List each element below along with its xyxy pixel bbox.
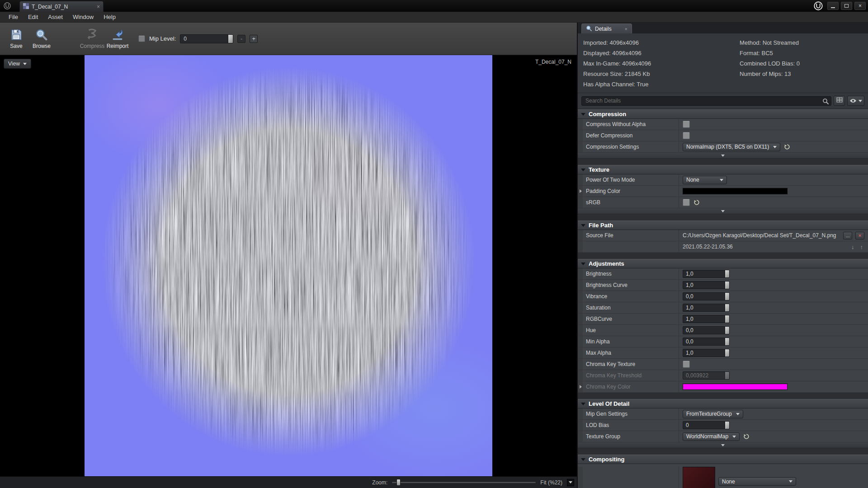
mip-level-spinbox[interactable]: 0	[180, 34, 233, 43]
expand-arrow-icon[interactable]	[580, 385, 582, 389]
category-expander-icon	[581, 263, 585, 265]
max-alpha-spinbox[interactable]: 1,0	[683, 349, 730, 357]
texture-preview[interactable]	[85, 55, 492, 476]
dropdown-value: Normalmap (DXT5, BC5 on DX11)	[686, 144, 769, 150]
category-header-compression[interactable]: Compression	[578, 109, 868, 119]
category-header-level-of-detail[interactable]: Level Of Detail	[578, 399, 868, 408]
menu-item-edit[interactable]: Edit	[23, 12, 43, 22]
menu-bar: FileEditAssetWindowHelp	[0, 12, 868, 23]
reimport-button[interactable]: Reimport	[105, 25, 130, 53]
spin-handle[interactable]	[725, 304, 729, 311]
tab-details[interactable]: Details ×	[581, 23, 632, 33]
browse-button[interactable]: Browse	[29, 25, 54, 53]
minimize-button[interactable]	[827, 2, 839, 10]
compress-without-alpha-checkbox[interactable]	[683, 121, 690, 128]
menu-item-asset[interactable]: Asset	[43, 12, 68, 22]
property-row-brightness: Brightness1,0	[578, 268, 868, 280]
source-file-timestamp: 2021.05.22-21.05.36	[683, 244, 733, 250]
category-expander-icon	[581, 113, 585, 116]
document-tab[interactable]: T_Decal_07_N ×	[19, 1, 104, 12]
menu-item-help[interactable]: Help	[99, 12, 121, 22]
spin-handle[interactable]	[725, 422, 729, 429]
browse-file-button[interactable]: ...	[843, 232, 852, 239]
texture-group-dropdown[interactable]: WorldNormalMap	[683, 432, 740, 441]
brightness-curve-spinbox[interactable]: 1,0	[683, 281, 730, 289]
editor-left-column: SaveBrowseCompressReimport Mip Level: 0 …	[0, 23, 578, 488]
min-alpha-spinbox[interactable]: 0,0	[683, 338, 730, 346]
power-of-two-mode-dropdown[interactable]: None	[683, 176, 727, 184]
view-options-button[interactable]	[847, 96, 864, 106]
saturation-spinbox[interactable]: 1,0	[683, 304, 730, 312]
reset-to-default-icon[interactable]	[783, 144, 790, 150]
property-label: Vibrance	[586, 293, 607, 300]
zoom-slider[interactable]	[392, 479, 536, 486]
advanced-expander-button[interactable]	[578, 208, 868, 214]
mip-level-checkbox[interactable]	[138, 35, 145, 42]
spin-handle[interactable]	[725, 293, 729, 300]
spin-handle[interactable]	[725, 270, 729, 277]
close-button[interactable]: ×	[854, 2, 866, 10]
composite-texture-dropdown[interactable]: None	[718, 477, 796, 486]
fit-label: Fit (%22)	[540, 479, 562, 486]
save-button[interactable]: Save	[4, 25, 29, 53]
mip-level-increment-button[interactable]: +	[250, 35, 258, 43]
clear-file-button[interactable]: ×	[855, 232, 864, 239]
property-label-cell: Source File	[578, 230, 679, 241]
defer-compression-checkbox[interactable]	[683, 132, 690, 139]
chroma-key-texture-checkbox[interactable]	[683, 361, 690, 368]
category-header-file-path[interactable]: File Path	[578, 221, 868, 230]
spin-handle	[725, 372, 729, 379]
expand-arrow-icon[interactable]	[580, 189, 582, 193]
spin-handle[interactable]	[725, 315, 729, 323]
category-header-compositing[interactable]: Compositing	[578, 455, 868, 464]
spin-handle[interactable]	[725, 327, 729, 334]
spin-handle[interactable]	[725, 349, 729, 357]
arrow-up-icon[interactable]: ↑	[859, 244, 865, 250]
spin-handle[interactable]	[725, 338, 729, 345]
rgbcurve-spinbox[interactable]: 1,0	[683, 315, 730, 323]
hue-spinbox[interactable]: 0,0	[683, 326, 730, 334]
padding-color-color-swatch[interactable]	[683, 188, 788, 194]
toolbar-button-label: Save	[10, 43, 22, 49]
category-header-adjustments[interactable]: Adjustments	[578, 259, 868, 268]
toolbar-button-label: Browse	[33, 43, 51, 49]
reset-to-default-icon[interactable]	[693, 199, 700, 206]
property-row-composite-texture: None	[578, 464, 868, 488]
display-mode-button[interactable]	[834, 96, 845, 106]
spin-value: 1,0	[683, 305, 725, 311]
spin-value: 1,0	[683, 282, 725, 288]
zoom-slider-handle[interactable]	[396, 479, 401, 486]
reset-to-default-icon[interactable]	[743, 433, 750, 440]
property-label-cell: sRGB	[578, 197, 679, 208]
spin-value: 0,003922	[683, 372, 725, 379]
title-bar: T_Decal_07_N × ×	[0, 0, 868, 12]
zoom-mode-dropdown[interactable]	[567, 479, 574, 486]
spin-handle[interactable]	[228, 35, 233, 43]
property-value-cell	[679, 186, 868, 197]
property-value-cell: 0	[679, 420, 868, 431]
search-details-input[interactable]	[582, 98, 831, 104]
srgb-checkbox[interactable]	[683, 199, 690, 206]
property-label: Saturation	[586, 305, 611, 311]
details-tab-title: Details	[595, 26, 612, 32]
arrow-down-icon[interactable]: ↓	[850, 244, 856, 250]
maximize-icon	[844, 4, 849, 8]
composite-texture-thumbnail[interactable]	[683, 467, 715, 488]
brightness-spinbox[interactable]: 1,0	[683, 270, 730, 278]
tab-close-icon[interactable]: ×	[97, 4, 100, 10]
menu-item-window[interactable]: Window	[68, 12, 99, 22]
compression-settings-dropdown[interactable]: Normalmap (DXT5, BC5 on DX11)	[683, 143, 780, 151]
maximize-button[interactable]	[841, 2, 852, 10]
view-menu-button[interactable]: View	[4, 59, 31, 69]
advanced-expander-button[interactable]	[578, 442, 868, 448]
advanced-expander-button[interactable]	[578, 153, 868, 159]
vibrance-spinbox[interactable]: 0,0	[683, 292, 730, 300]
menu-item-file[interactable]: File	[4, 12, 23, 22]
mip-gen-settings-dropdown[interactable]: FromTextureGroup	[683, 410, 743, 418]
toolbar: SaveBrowseCompressReimport Mip Level: 0 …	[0, 23, 577, 55]
tab-close-icon[interactable]: ×	[625, 26, 627, 32]
category-header-texture[interactable]: Texture	[578, 165, 868, 174]
mip-level-decrement-button[interactable]: -	[237, 35, 245, 43]
spin-handle[interactable]	[725, 282, 729, 289]
lod-bias-spinbox[interactable]: 0	[683, 421, 730, 429]
